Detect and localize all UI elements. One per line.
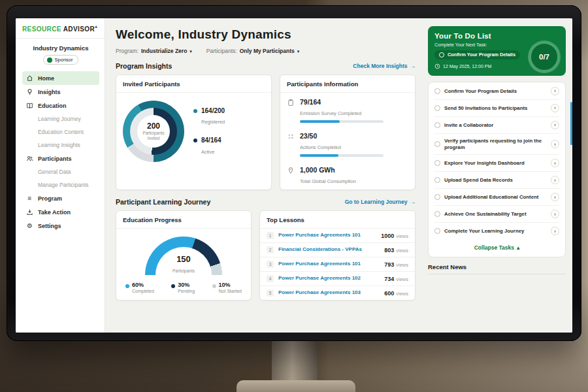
checkbox-icon[interactable] [434,160,440,166]
lesson-title-link[interactable]: Power Purchase Agreements 101 [278,261,380,267]
chevron-right-icon[interactable]: › [551,193,559,201]
lesson-rank: 1 [267,232,274,239]
divider [428,274,566,274]
progress-bar [300,120,384,123]
task-row[interactable]: Verify participants requesting to join t… [434,134,559,155]
sidebar-item-insights[interactable]: Insights [22,85,99,99]
task-label: Explore Your Insights Dashboard [444,160,547,167]
task-row[interactable]: Upload Additional Educational Content › [434,189,559,206]
top-lessons-card: Top Lessons 1 Power Purchase Agreements … [259,210,416,301]
home-icon [26,74,33,82]
stat-emission-survey: 79/164 Emission Survey Completed [280,93,415,127]
lesson-rank: 5 [267,289,274,297]
task-label: Achieve One Sustainability Target [444,211,547,218]
sidebar-subitem-label: Learning Journey [38,116,81,122]
sidebar-subitem-label: Education Content [38,129,84,135]
chevron-right-icon[interactable]: › [551,121,559,129]
checkbox-icon[interactable] [434,105,440,111]
sidebar-item-education-content[interactable]: Education Content [22,125,99,139]
book-icon [26,102,33,109]
todo-progress-ring: 0/7 [529,42,559,72]
task-row[interactable]: Explore Your Insights Dashboard › [434,155,559,172]
task-row[interactable]: Confirm Your Program Details › [434,83,559,100]
task-label: Confirm Your Program Details [444,88,547,95]
checkbox-icon[interactable] [439,52,444,57]
scrollbar-thumb[interactable] [570,102,572,145]
checkbox-icon[interactable] [434,194,440,200]
sidebar-item-program[interactable]: ≡ Program [22,191,99,205]
donut-center: 200 Participants Invited [137,115,170,148]
stat-label: Emission Survey Completed [300,110,361,116]
task-row[interactable]: Complete Your Learning Journey › [434,223,559,239]
card-title: Top Lessons [260,211,415,229]
location-pin-icon [287,167,295,174]
sidebar-item-take-action[interactable]: Take Action [22,205,99,219]
legend-label: Completed [125,289,154,293]
sidebar-item-general-data[interactable]: General Data [22,165,99,178]
sponsor-badge[interactable]: Sponsor [43,55,79,65]
check-more-insights-link[interactable]: Check More Insights → [353,63,416,69]
journey-cards: Education Progress 150 Participants 60 [116,210,416,301]
monitor-bezel: RESOURCE ADVISOR+ Industry Dynamics Spon… [7,5,581,341]
legend-item-pending: 30% Pending [171,282,195,293]
task-row[interactable]: Achieve One Sustainability Target › [434,206,559,223]
lesson-row[interactable]: 3 Power Purchase Agreements 101 793views [260,257,415,272]
sidebar-item-learning-journey[interactable]: Learning Journey [22,112,99,125]
sidebar-item-education[interactable]: Education [22,99,99,112]
sidebar-item-participants[interactable]: Participants [22,152,99,165]
next-task-chip[interactable]: Confirm Your Program Details [434,50,520,59]
sidebar-item-learning-insights[interactable]: Learning Insights [22,139,99,152]
sidebar-item-home[interactable]: Home [22,71,99,85]
chevron-right-icon[interactable]: › [551,104,559,112]
lesson-row[interactable]: 2 Financial Considerations - VPPAs 803vi… [260,243,415,257]
checkbox-icon[interactable] [434,228,440,234]
education-gauge-chart: 150 Participants [145,237,222,275]
participants-select[interactable]: Participants: Only My Participants ▾ [206,48,299,54]
filter-bar: Program: Industrialize Zero ▾ Participan… [116,48,416,54]
chevron-right-icon[interactable]: › [551,176,559,184]
education-progress-card: Education Progress 150 Participants 60 [116,210,252,301]
sidebar-item-label: Program [38,195,62,202]
list-icon: ≡ [26,195,33,202]
checkbox-icon[interactable] [434,122,440,128]
lesson-views: 1000 [381,233,394,239]
chevron-right-icon[interactable]: › [551,87,559,95]
section-title: Participant Learning Journey [116,198,210,206]
lesson-title-link[interactable]: Power Purchase Agreements 102 [278,276,380,282]
checkbox-icon[interactable] [434,177,440,183]
checkbox-icon[interactable] [434,211,440,217]
chevron-right-icon[interactable]: › [551,159,559,167]
task-row[interactable]: Upload Spend Data Records › [434,172,559,189]
legend-label: Registered [201,119,225,125]
legend-value: 10% [219,282,231,288]
main-content: Welcome, Industry Dynamics Program: Indu… [105,18,423,333]
legend-item-active: 84/164 Active [193,137,225,156]
chevron-right-icon[interactable]: › [551,140,559,148]
task-row[interactable]: Invite a Collaborator › [434,117,559,134]
lesson-title-link[interactable]: Financial Considerations - VPPAs [278,247,380,253]
go-to-learning-journey-link[interactable]: Go to Learning Journey → [345,199,416,205]
program-select[interactable]: Program: Industrialize Zero ▾ [116,48,192,54]
sidebar-item-settings[interactable]: ⚙ Settings [22,219,99,233]
lesson-row[interactable]: 5 Power Purchase Agreements 103 600views [260,286,415,300]
lesson-row[interactable]: 4 Power Purchase Agreements 102 734views [260,272,415,286]
chevron-right-icon[interactable]: › [551,227,559,235]
program-insights-header: Program Insights Check More Insights → [116,62,416,70]
chevron-right-icon[interactable]: › [551,210,559,218]
chevron-down-icon: ▾ [189,49,192,54]
legend-dot [171,284,175,288]
task-row[interactable]: Send 50 Invitations to Participants › [434,100,559,117]
checklist-icon [287,133,295,140]
lesson-title-link[interactable]: Power Purchase Agreements 103 [278,290,380,296]
gauge-center-label: Participants [172,269,195,273]
lesson-title-link[interactable]: Power Purchase Agreements 101 [278,233,376,238]
sidebar-item-manage-participants[interactable]: Manage Participants [22,178,99,191]
checkbox-icon[interactable] [434,88,440,94]
checkbox-icon[interactable] [434,141,440,147]
views-label: views [396,262,408,268]
collapse-tasks-link[interactable]: Collapse Tasks ▴ [434,239,559,256]
task-label: Send 50 Invitations to Participants [444,105,547,112]
logo-plus: + [95,25,98,29]
lesson-row[interactable]: 1 Power Purchase Agreements 101 1000view… [260,229,415,243]
people-icon [26,155,33,162]
